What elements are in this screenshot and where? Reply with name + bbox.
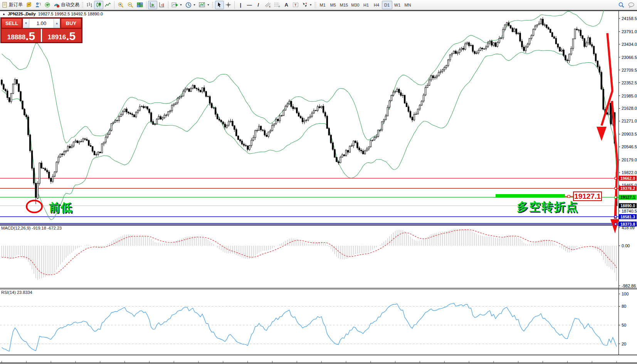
svg-text:19662.0: 19662.0 (620, 176, 635, 181)
auto-scroll-button[interactable] (148, 1, 157, 9)
auto-trading-label: 自动交易 (61, 2, 79, 8)
toolbar-separator (114, 1, 114, 9)
rsi-indicator-label: RSI(14) 23.8334 (1, 290, 32, 295)
vertical-line-button[interactable]: | (236, 1, 245, 9)
sell-button[interactable]: SELL (2, 18, 22, 28)
chat-button[interactable] (626, 1, 636, 9)
autotrade-icon (54, 2, 60, 8)
crosshair-icon (225, 2, 231, 8)
main-toolbar: 新订单 自动交易 ▼ ▼ (0, 0, 637, 10)
annotation-previous-low: 前低 (49, 202, 72, 213)
svg-text:18740.5: 18740.5 (622, 209, 637, 213)
timeframe-w1[interactable]: W1 (392, 1, 403, 9)
volume-increase-button[interactable]: ▲ (54, 19, 60, 28)
navigator-button[interactable] (34, 1, 43, 9)
chart-shift-button[interactable] (157, 1, 166, 9)
chart-canvas[interactable]: 24158.523791.023434.023066.522709.522352… (0, 10, 637, 364)
horizontal-line-button[interactable]: — (245, 1, 254, 9)
indicators-dropdown-caret[interactable]: ▼ (180, 3, 182, 6)
toolbar-separator (146, 1, 146, 9)
text-button[interactable]: A (282, 1, 291, 9)
chart-bars-icon (86, 2, 92, 8)
arrows-button[interactable]: ▼ (300, 1, 314, 9)
svg-text:21985.0: 21985.0 (622, 94, 637, 98)
periods-dropdown-caret[interactable]: ▼ (193, 3, 196, 6)
indicators-button[interactable]: ▼ (170, 1, 184, 9)
search-button[interactable] (617, 1, 626, 9)
periods-icon (185, 2, 192, 8)
sell-price[interactable]: 18888.5 (2, 29, 41, 42)
arrows-icon (302, 2, 308, 8)
chart-line-button[interactable] (103, 1, 113, 9)
one-click-trading-panel: SELL ▼ ▲ BUY 18888.5 18916.5 (0, 17, 82, 43)
svg-text:F: F (279, 5, 280, 8)
timeframe-h4[interactable]: H4 (371, 1, 382, 9)
timeframe-h1[interactable]: H1 (361, 1, 371, 9)
buy-button[interactable]: BUY (61, 18, 81, 28)
trendline-button[interactable]: / (254, 1, 263, 9)
tile-windows-button[interactable] (135, 1, 145, 9)
chart-candles-button[interactable] (94, 1, 103, 9)
zoom-in-icon (118, 2, 124, 8)
new-order-button[interactable]: 新订单 (1, 1, 24, 9)
timeframe-m30[interactable]: M30 (350, 1, 361, 9)
auto-trading-button[interactable]: 自动交易 (52, 1, 81, 9)
svg-text:20546.5: 20546.5 (622, 144, 637, 149)
buy-price[interactable]: 18916.5 (42, 29, 81, 42)
svg-text:0.00: 0.00 (622, 243, 630, 248)
svg-text:80: 80 (622, 304, 626, 309)
timeframe-mn[interactable]: MN (403, 1, 413, 9)
buy-price-frac: .5 (66, 31, 76, 42)
auto-scroll-icon (150, 2, 156, 8)
templates-dropdown-caret[interactable]: ▼ (207, 3, 210, 6)
toolbar-separator (168, 1, 168, 9)
zoom-in-button[interactable] (116, 1, 126, 9)
pivot-highlight-bar (496, 194, 565, 198)
pivot-price-label: 19127.1 (573, 191, 602, 201)
svg-text:-982.86: -982.86 (622, 283, 636, 288)
new-order-icon (2, 2, 8, 8)
market-watch-button[interactable] (43, 1, 52, 9)
macd-name: MACD(12,26,9) (1, 226, 30, 230)
volume-spinner: ▼ ▲ (23, 18, 60, 28)
cursor-icon (217, 2, 222, 8)
chart-candles-icon (96, 2, 102, 8)
periods-button[interactable]: ▼ (184, 1, 197, 9)
volume-input[interactable] (29, 19, 54, 28)
toolbar-grip (212, 2, 214, 8)
svg-text:E: E (269, 5, 271, 8)
svg-text:18890.0: 18890.0 (620, 203, 635, 208)
chart-title: ▲ JPN225-,Daily 19827.5 19952.5 18492.5 … (2, 12, 103, 16)
svg-text:20: 20 (622, 342, 626, 346)
svg-text:22709.5: 22709.5 (622, 68, 637, 72)
tile-windows-icon (137, 2, 143, 8)
volume-decrease-button[interactable]: ▼ (23, 19, 29, 28)
templates-button[interactable]: ▼ (197, 1, 211, 9)
chat-icon (628, 2, 635, 8)
timeframe-m5[interactable]: M5 (328, 1, 338, 9)
profiles-button[interactable] (24, 1, 34, 9)
toolbar-grip (82, 2, 84, 8)
sell-price-int: 18888 (7, 33, 25, 42)
fibonacci-button[interactable]: F (272, 1, 282, 9)
cursor-button[interactable] (215, 1, 224, 9)
timeframe-m15[interactable]: M15 (338, 1, 350, 9)
macd-current-values: -919.18 -672.23 (32, 226, 62, 230)
rsi-name: RSI(14) (1, 290, 16, 295)
equidistant-channel-button[interactable]: E (263, 1, 272, 9)
templates-icon (199, 2, 205, 8)
svg-text:23066.5: 23066.5 (622, 55, 637, 60)
toolbar-separator (234, 1, 235, 9)
text-label-button[interactable]: T (291, 1, 300, 9)
arrows-dropdown-caret[interactable]: ▼ (309, 3, 312, 6)
timeframe-d1[interactable]: D1 (382, 1, 392, 9)
svg-text:21271.0: 21271.0 (622, 119, 637, 123)
trendline-icon: / (258, 2, 259, 8)
chart-bars-button[interactable] (85, 1, 94, 9)
timeframe-m1[interactable]: M1 (318, 1, 328, 9)
crosshair-button[interactable] (224, 1, 233, 9)
zoom-out-icon (127, 2, 134, 8)
macd-indicator-label: MACD(12,26,9) -919.18 -672.23 (1, 226, 62, 230)
svg-text:19822.0: 19822.0 (622, 170, 637, 175)
zoom-out-button[interactable] (126, 1, 135, 9)
